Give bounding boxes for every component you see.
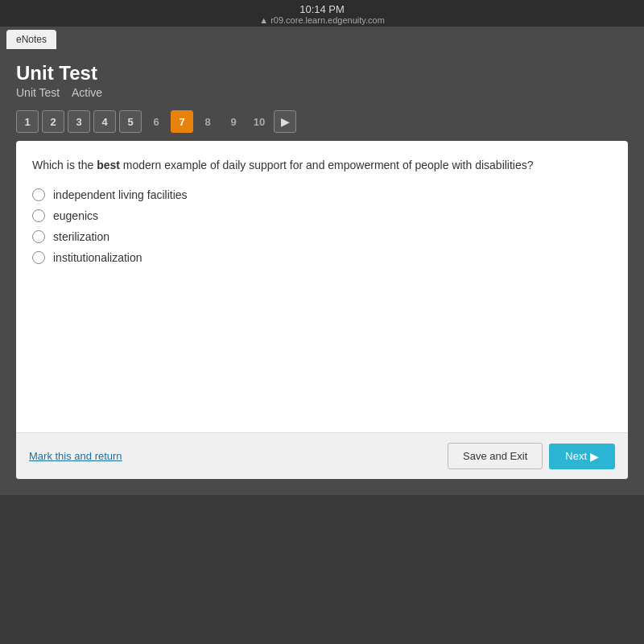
q-btn-3[interactable]: 3 bbox=[68, 110, 90, 133]
radio-c[interactable] bbox=[32, 230, 45, 243]
top-bar: 10:14 PM ▲ r09.core.learn.edgenuity.com bbox=[0, 0, 644, 27]
next-page-arrow[interactable]: ▶ bbox=[274, 110, 296, 133]
page-title: Unit Test bbox=[16, 62, 628, 85]
save-exit-button[interactable]: Save and Exit bbox=[448, 443, 543, 469]
q-btn-6[interactable]: 6 bbox=[145, 110, 167, 133]
question-card: Which is the best modern example of dail… bbox=[16, 141, 628, 479]
answer-label-a: independent living facilities bbox=[53, 188, 188, 201]
next-button[interactable]: Next ▶ bbox=[549, 444, 615, 469]
q-btn-2[interactable]: 2 bbox=[42, 110, 64, 133]
status-badge: Active bbox=[72, 86, 102, 99]
radio-a[interactable] bbox=[32, 188, 45, 201]
main-area: Unit Test Unit Test Active 1 2 3 4 5 6 7… bbox=[0, 49, 644, 495]
question-text: Which is the best modern example of dail… bbox=[32, 157, 612, 174]
answer-option-a[interactable]: independent living facilities bbox=[32, 188, 612, 201]
tab-bar: eNotes bbox=[0, 27, 644, 49]
answer-label-d: institutionalization bbox=[53, 251, 142, 264]
page-title-section: Unit Test Unit Test Active bbox=[16, 49, 628, 104]
radio-b[interactable] bbox=[32, 209, 45, 222]
answer-option-c[interactable]: sterilization bbox=[32, 230, 612, 243]
q-btn-1[interactable]: 1 bbox=[16, 110, 39, 133]
radio-d[interactable] bbox=[32, 251, 45, 264]
q-btn-8[interactable]: 8 bbox=[196, 110, 219, 133]
enotes-tab[interactable]: eNotes bbox=[6, 30, 56, 49]
q-btn-5[interactable]: 5 bbox=[119, 110, 142, 133]
answer-options: independent living facilities eugenics s… bbox=[32, 188, 612, 264]
time-display: 10:14 PM bbox=[0, 3, 644, 15]
q-btn-4[interactable]: 4 bbox=[93, 110, 116, 133]
bottom-bar: Mark this and return Save and Exit Next … bbox=[16, 432, 628, 479]
q-btn-9[interactable]: 9 bbox=[222, 110, 245, 133]
bottom-buttons: Save and Exit Next ▶ bbox=[448, 443, 615, 469]
mark-return-link[interactable]: Mark this and return bbox=[29, 450, 122, 462]
q-btn-10[interactable]: 10 bbox=[248, 110, 270, 133]
next-arrow-icon: ▶ bbox=[590, 450, 599, 463]
answer-option-b[interactable]: eugenics bbox=[32, 209, 612, 222]
answer-label-c: sterilization bbox=[53, 230, 109, 243]
question-nav: 1 2 3 4 5 6 7 8 9 10 ▶ bbox=[16, 110, 628, 133]
answer-option-d[interactable]: institutionalization bbox=[32, 251, 612, 264]
url-display: ▲ r09.core.learn.edgenuity.com bbox=[0, 15, 644, 25]
q-btn-7[interactable]: 7 bbox=[171, 110, 193, 133]
answer-label-b: eugenics bbox=[53, 209, 98, 222]
page-subtitle: Unit Test Active bbox=[16, 86, 628, 99]
